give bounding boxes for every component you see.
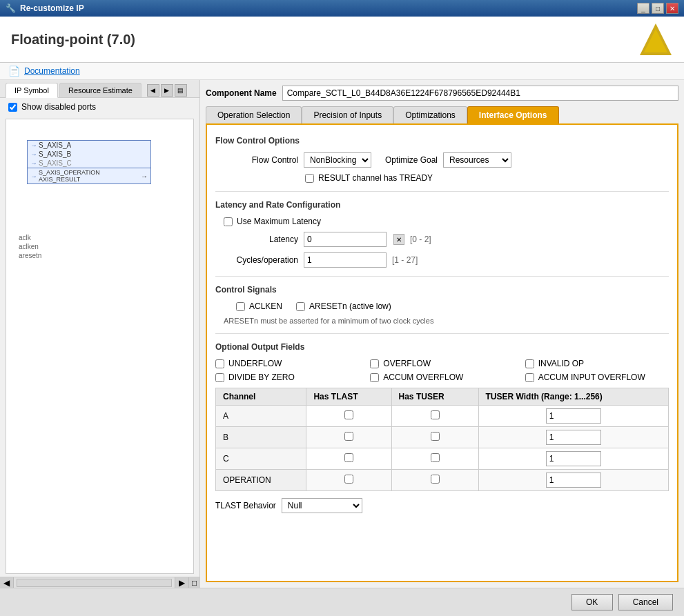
- col-channel: Channel: [216, 388, 306, 406]
- tlast-a-checkbox[interactable]: [344, 410, 353, 419]
- tuser-a: [391, 406, 478, 427]
- tuser-width-b-input[interactable]: [546, 430, 601, 445]
- table-row: B: [216, 427, 669, 448]
- documentation-link[interactable]: Documentation: [24, 66, 80, 76]
- latency-row: Latency ✕ [0 - 2]: [215, 232, 669, 247]
- table-row: A: [216, 406, 669, 427]
- cancel-button[interactable]: Cancel: [618, 594, 673, 610]
- use-max-latency-row: Use Maximum Latency: [224, 217, 669, 226]
- app-logo: [638, 22, 673, 57]
- tlast-b: [306, 427, 391, 448]
- scroll-corner: □: [188, 577, 199, 588]
- cycles-row: Cycles/operation [1 - 27]: [215, 252, 669, 268]
- tuser-c: [391, 448, 478, 470]
- close-button[interactable]: ✕: [666, 3, 678, 14]
- aresetn-checkbox[interactable]: [296, 302, 305, 311]
- tuser-width-a-input[interactable]: [546, 408, 601, 424]
- tuser-width-c-input[interactable]: [546, 451, 601, 466]
- bottom-bar: OK Cancel: [0, 588, 684, 616]
- invalid-op-label: INVALID OP: [538, 359, 584, 368]
- control-signals-header: Control Signals: [215, 285, 669, 295]
- aclken-checkbox[interactable]: [236, 302, 245, 311]
- scroll-right-btn[interactable]: ▶: [175, 577, 188, 588]
- component-name-input[interactable]: Compare_SCTL_L0_B44D8A36E1224F678796565E…: [282, 86, 678, 101]
- tuser-operation-checkbox[interactable]: [431, 475, 440, 484]
- app-icon: 🔧: [6, 3, 16, 13]
- result-tready-row: RESULT channel has TREADY: [305, 173, 669, 183]
- tab-ctrl-right[interactable]: ▶: [161, 84, 173, 97]
- tlast-c-checkbox[interactable]: [344, 453, 353, 462]
- optional-output-header: Optional Output Fields: [215, 342, 669, 352]
- tab-resource-estimate[interactable]: Resource Estimate: [59, 83, 141, 97]
- overflow-checkbox[interactable]: [370, 359, 379, 368]
- app-title: Floating-point (7.0): [11, 32, 135, 48]
- channel-b: B: [216, 427, 306, 448]
- ok-button[interactable]: OK: [571, 594, 613, 610]
- ip-signals: aclk aclken aresetn: [16, 233, 44, 260]
- tab-interface-options[interactable]: Interface Options: [467, 106, 559, 123]
- cycles-range: [1 - 27]: [392, 255, 418, 265]
- aresetn-note: ARESETn must be asserted for a minimum o…: [224, 317, 669, 325]
- tuser-a-checkbox[interactable]: [431, 410, 440, 419]
- col-has-tlast: Has TLAST: [306, 388, 391, 406]
- tab-operation-selection[interactable]: Operation Selection: [206, 106, 302, 123]
- ip-symbol-block: → S_AXIS_A → S_AXIS_B → S_AXIS_C → S_AXI…: [27, 140, 151, 184]
- accum-overflow-label: ACCUM OVERFLOW: [383, 372, 463, 382]
- flow-control-select[interactable]: NonBlocking Blocking None: [304, 152, 371, 168]
- result-tready-checkbox[interactable]: [305, 174, 314, 183]
- channel-operation: OPERATION: [216, 470, 306, 491]
- cycles-input[interactable]: [304, 252, 387, 268]
- show-disabled-ports-row: Show disabled ports: [0, 98, 199, 116]
- tab-ip-symbol[interactable]: IP Symbol: [6, 83, 58, 98]
- tlast-behavior-select[interactable]: Null Pass Master AND all masters: [282, 498, 362, 513]
- minimize-button[interactable]: _: [637, 3, 649, 14]
- doc-icon: 📄: [8, 66, 20, 77]
- tlast-b-checkbox[interactable]: [344, 432, 353, 441]
- tlast-behavior-row: TLAST Behavior Null Pass Master AND all …: [215, 498, 669, 513]
- tab-controls: ◀ ▶ ▤: [147, 84, 187, 97]
- tuser-width-operation-input[interactable]: [546, 473, 601, 488]
- accum-input-overflow-checkbox[interactable]: [525, 373, 534, 382]
- accum-overflow-checkbox[interactable]: [370, 373, 379, 382]
- show-disabled-ports-label: Show disabled ports: [21, 102, 96, 112]
- title-bar: 🔧 Re-customize IP _ □ ✕: [0, 0, 684, 17]
- table-row: C: [216, 448, 669, 470]
- tuser-width-a: [478, 406, 668, 427]
- tuser-b-checkbox[interactable]: [431, 432, 440, 441]
- window-controls: _ □ ✕: [637, 3, 678, 14]
- tuser-c-checkbox[interactable]: [431, 453, 440, 462]
- scroll-left-btn[interactable]: ◀: [0, 577, 14, 588]
- port-s-axis-a: → S_AXIS_A: [28, 141, 150, 150]
- port-s-axis-c: → S_AXIS_C: [28, 159, 150, 168]
- diagram-area: → S_AXIS_A → S_AXIS_B → S_AXIS_C → S_AXI…: [6, 119, 194, 574]
- latency-input[interactable]: [304, 232, 387, 247]
- maximize-button[interactable]: □: [652, 3, 664, 14]
- content-area: IP Symbol Resource Estimate ◀ ▶ ▤ Show d…: [0, 80, 684, 588]
- optimize-goal-label: Optimize Goal: [385, 155, 438, 165]
- optimize-goal-select[interactable]: Resources Performance: [443, 152, 511, 168]
- horizontal-scrollbar[interactable]: [17, 579, 172, 587]
- latency-label: Latency: [215, 235, 298, 244]
- tlast-a: [306, 406, 391, 427]
- tab-optimizations[interactable]: Optimizations: [393, 106, 467, 123]
- tuser-width-operation: [478, 470, 668, 491]
- use-max-latency-checkbox[interactable]: [224, 217, 233, 226]
- tab-ctrl-menu[interactable]: ▤: [175, 84, 187, 97]
- main-tabs: Operation Selection Precision of Inputs …: [206, 106, 678, 123]
- underflow-checkbox[interactable]: [215, 359, 224, 368]
- invalid-op-checkbox[interactable]: [525, 359, 534, 368]
- tab-precision-of-inputs[interactable]: Precision of Inputs: [302, 106, 393, 123]
- divide-by-zero-checkbox[interactable]: [215, 373, 224, 382]
- clear-latency-btn[interactable]: ✕: [393, 234, 404, 245]
- port-s-axis-b: → S_AXIS_B: [28, 150, 150, 159]
- overflow-label: OVERFLOW: [383, 359, 431, 368]
- flow-control-row: Flow Control NonBlocking Blocking None O…: [215, 152, 669, 168]
- tlast-operation-checkbox[interactable]: [344, 475, 353, 484]
- flow-control-label: Flow Control: [215, 155, 298, 165]
- channel-c: C: [216, 448, 306, 470]
- main-window: Floating-point (7.0) 📄 Documentation IP …: [0, 17, 684, 616]
- tab-content-interface-options: Flow Control Options Flow Control NonBlo…: [206, 123, 678, 582]
- tab-ctrl-left[interactable]: ◀: [147, 84, 159, 97]
- window-title: Re-customize IP: [20, 3, 84, 13]
- show-disabled-ports-checkbox[interactable]: [8, 103, 17, 112]
